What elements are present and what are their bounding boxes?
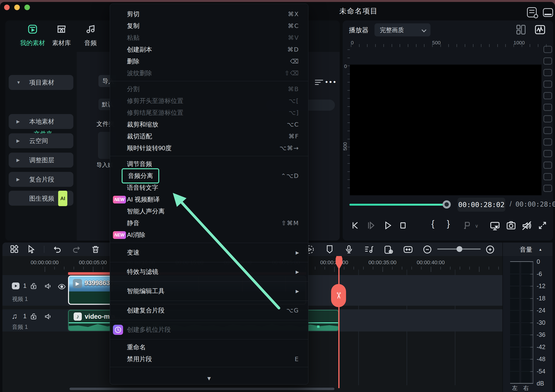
menu-item[interactable]: 顺时针旋转90度⌥⌘→	[110, 142, 308, 154]
menu-item[interactable]: 裁剪和缩放⌥C	[110, 119, 308, 130]
filmstrip-frame[interactable]	[543, 127, 552, 134]
snapshot-camera-icon[interactable]	[506, 220, 516, 231]
eye-icon[interactable]	[58, 282, 66, 291]
sidebar-item[interactable]: ▶云空间	[9, 133, 73, 148]
timeline-zoom-knob[interactable]	[457, 246, 462, 252]
mute-speaker-icon[interactable]	[521, 220, 532, 231]
split-scissors-button[interactable]: ✂	[331, 284, 346, 307]
filmstrip-frame[interactable]	[543, 92, 552, 99]
seek-bar[interactable]	[349, 204, 445, 206]
zoom-button[interactable]	[24, 5, 30, 10]
filmstrip-frame[interactable]	[543, 104, 552, 111]
export-list-icon[interactable]	[527, 7, 537, 17]
audio-track-icon: ♫	[12, 312, 17, 321]
menu-item[interactable]: 裁切适配⌘F	[110, 130, 308, 142]
filmstrip-frame[interactable]	[543, 115, 552, 122]
menu-item[interactable]: 复制⌘C	[110, 20, 308, 32]
seek-knob[interactable]	[443, 200, 451, 208]
filmstrip-frame[interactable]	[543, 173, 552, 180]
lock-icon[interactable]	[29, 282, 38, 290]
close-button[interactable]	[4, 5, 10, 10]
fullscreen-icon[interactable]	[537, 220, 548, 231]
menu-scroll-down[interactable]: ▼	[110, 373, 308, 383]
more-options-icon[interactable]: •••	[325, 78, 337, 86]
undo-icon[interactable]	[53, 244, 62, 254]
mark-in-icon[interactable]: {	[431, 219, 434, 229]
play-step-icon[interactable]	[366, 220, 377, 231]
keyframe-dot[interactable]	[317, 326, 320, 328]
tab-label: 素材库	[46, 39, 77, 47]
menu-item[interactable]: 删除⌫	[110, 56, 308, 67]
lock-icon[interactable]	[29, 312, 38, 321]
volume-meter-panel: 音量 ▲ 0-6-12-18-24-30-36-42-48-54dB 左右	[502, 242, 553, 392]
menu-item[interactable]: 变速▶	[110, 247, 308, 258]
menu-item[interactable]: 禁用片段E	[110, 353, 308, 365]
speaker-icon[interactable]	[44, 282, 53, 291]
filmstrip-frame[interactable]	[543, 69, 552, 76]
sidebar-item-image-to-video[interactable]: 图生视频AI	[9, 191, 73, 206]
volume-meter-header[interactable]: 音量 ▲	[503, 242, 553, 256]
tab-my-media[interactable]: 我的素材	[17, 24, 48, 47]
menu-item[interactable]: 剪切⌘X	[110, 8, 308, 20]
menu-item[interactable]: 创建复合片段⌥G	[110, 305, 308, 316]
sidebar-item[interactable]: ▶复合片段	[9, 172, 73, 187]
vu-scale-label: -48	[537, 356, 545, 363]
select-cursor-icon[interactable]	[27, 244, 36, 254]
delete-trash-icon[interactable]	[91, 244, 100, 254]
minimize-button[interactable]	[14, 5, 20, 10]
menu-item[interactable]: 重命名	[110, 341, 308, 353]
screen-record-icon[interactable]	[384, 244, 394, 255]
chevron-down-icon	[422, 28, 426, 32]
audio-mixer-icon[interactable]	[364, 244, 374, 255]
filmstrip-frame[interactable]	[543, 80, 552, 88]
filmstrip-frame[interactable]	[543, 185, 552, 192]
display-mode-icon[interactable]	[489, 220, 500, 231]
layout-icon[interactable]	[543, 8, 553, 17]
tab-stock-library[interactable]: 素材库	[46, 24, 77, 47]
filmstrip-frame[interactable]	[543, 138, 552, 146]
filmstrip-frame[interactable]	[543, 150, 552, 157]
play-icon[interactable]	[382, 220, 393, 231]
menu-item[interactable]: NEWAI 视频翻译	[110, 194, 308, 205]
sidebar-item-label: 本地素材	[29, 114, 54, 129]
video-preview[interactable]	[350, 65, 541, 195]
sidebar-item[interactable]: ▶调整图层	[9, 153, 73, 168]
mark-out-icon[interactable]: }	[447, 219, 450, 229]
menu-item-label: 智能人声分离	[127, 207, 165, 215]
stop-icon[interactable]	[398, 220, 408, 231]
speaker-icon[interactable]	[44, 312, 53, 321]
redo-icon[interactable]	[71, 244, 81, 254]
scope-waveform-icon[interactable]	[534, 24, 546, 36]
menu-item-label: 顺时针旋转90度	[127, 144, 172, 152]
menu-item[interactable]: 语音转文字	[110, 182, 308, 194]
sidebar-item-project-assets[interactable]: ▼ 项目素材	[9, 75, 73, 90]
previous-frame-icon[interactable]	[350, 220, 361, 231]
filmstrip-frame[interactable]	[543, 57, 552, 65]
timeline-horizontal-scrollbar[interactable]	[69, 388, 335, 390]
quality-dropdown[interactable]: 完整画质	[374, 23, 431, 36]
filmstrip-frame[interactable]	[543, 46, 552, 53]
tab-audio[interactable]: 音频	[75, 24, 106, 47]
marker-shield-icon[interactable]	[325, 244, 335, 254]
menu-item[interactable]: 创建副本⌘D	[110, 44, 308, 56]
zoom-out-icon[interactable]	[422, 244, 432, 255]
menu-item[interactable]: 智能人声分离	[110, 205, 308, 217]
playhead-line[interactable]	[338, 256, 340, 388]
menu-item[interactable]: 特效与滤镜▶	[110, 266, 308, 278]
grid-view-icon[interactable]	[515, 24, 526, 35]
menu-item[interactable]: 音频分离⌃⌥D	[110, 170, 308, 182]
menu-item[interactable]: 智能编辑工具▶	[110, 285, 308, 297]
filmstrip-frame[interactable]	[543, 162, 552, 169]
microphone-icon[interactable]	[344, 244, 354, 254]
expand-horizontal-icon[interactable]	[403, 244, 413, 255]
zoom-in-icon[interactable]	[485, 244, 495, 255]
marker-icon[interactable]	[461, 220, 472, 231]
magnetic-blocks-icon[interactable]	[10, 244, 19, 254]
sort-list-icon[interactable]	[315, 78, 323, 86]
sidebar-item[interactable]: ▶本地素材	[9, 114, 73, 129]
marker-chevron-icon[interactable]: ∨	[475, 223, 479, 229]
media-sidebar: ▼ 项目素材 文件夹 ▶本地素材▶云空间▶调整图层▶复合片段 图生视频AI Ph…	[5, 52, 77, 241]
menu-item[interactable]: NEWAI消除	[110, 229, 308, 241]
tab-label: 我的素材	[17, 39, 48, 47]
menu-item[interactable]: 静音⇧⌘M	[110, 217, 308, 229]
